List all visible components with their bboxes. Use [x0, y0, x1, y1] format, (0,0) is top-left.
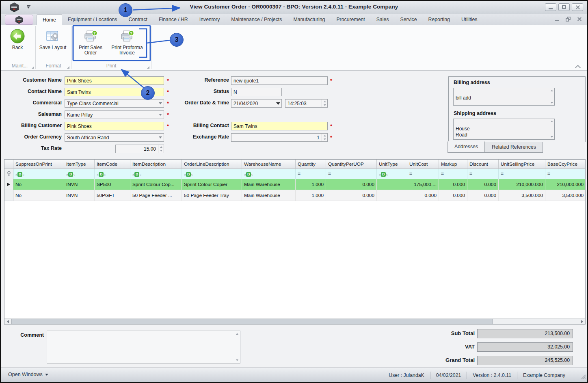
scroll-right-icon[interactable] — [579, 319, 585, 324]
cell-unitcost[interactable]: 175,000.... — [407, 179, 439, 190]
dialog-launcher-icon[interactable] — [32, 66, 34, 69]
cell-itemtype[interactable]: INVN — [64, 190, 95, 201]
tab-maintenance-projects[interactable]: Maintenance / Projects — [225, 14, 288, 25]
grid-row-2[interactable]: NoINVN50PGFT50 Page Feeder ...50 Page Fe… — [4, 190, 586, 201]
cell-unitsellingprice[interactable]: 3,500.000 — [499, 190, 545, 201]
spinner-icon[interactable] — [322, 134, 327, 141]
column-header-orderlinedescription[interactable]: OrderLineDescription — [182, 160, 242, 169]
scrollbar-thumb[interactable] — [11, 319, 493, 324]
cell-orderlinedescription[interactable]: Sprint Colour Copier — [182, 179, 242, 190]
cell-quantityperuop[interactable]: 0.000 — [326, 179, 377, 190]
field-reference[interactable]: new quote1 — [231, 76, 328, 85]
column-header-itemtype[interactable]: ItemType — [64, 160, 95, 169]
column-header-itemcode[interactable]: ItemCode — [95, 160, 130, 169]
dialog-launcher-icon[interactable] — [67, 66, 69, 69]
filter-cell-itemcode[interactable]: aBc — [95, 169, 130, 179]
filter-cell-quantity[interactable]: = — [296, 169, 326, 179]
tab-manufacturing[interactable]: Manufacturing — [288, 14, 331, 25]
cell-discount[interactable]: 0.000 — [467, 179, 499, 190]
tab-home[interactable]: Home — [37, 14, 62, 25]
column-header-markup[interactable]: Markup — [439, 160, 467, 169]
scroll-down-icon[interactable] — [551, 102, 553, 104]
filter-cell-unitcost[interactable]: = — [407, 169, 439, 179]
mdi-restore-icon[interactable] — [566, 17, 571, 22]
column-header-suppressonprint[interactable]: SuppressOnPrint — [13, 160, 64, 169]
tab-utilities[interactable]: Utilities — [456, 14, 483, 25]
cell-itemtype[interactable]: INVN — [64, 179, 95, 190]
ribbon-group-maintain[interactable]: Maint... — [4, 63, 35, 70]
order-time-field[interactable]: 14:25:03 — [285, 99, 328, 108]
filter-cell-itemdescription[interactable]: aBc — [130, 169, 182, 179]
tab-addresses[interactable]: Addresses — [447, 141, 485, 153]
billing-address-textarea[interactable]: bill add — [453, 88, 555, 106]
tab-sales[interactable]: Sales — [371, 14, 395, 25]
spin-up-icon[interactable] — [322, 100, 327, 104]
field-commercial[interactable]: Type Class Commercial — [65, 99, 164, 108]
shipping-address-textarea[interactable]: House Road Town — [453, 119, 555, 140]
cell-unitsellingprice[interactable]: 210,000.000 — [499, 179, 545, 190]
minimize-button[interactable] — [545, 3, 556, 11]
grid-row-1[interactable]: NoINVNSP500Sprint Colour Cop...Sprint Co… — [4, 179, 586, 190]
ribbon-group-print[interactable]: Print — [72, 63, 151, 70]
field-billing-contact[interactable]: Sam Twins — [231, 122, 328, 130]
resize-grip[interactable] — [580, 374, 586, 381]
spin-down-icon[interactable] — [322, 138, 327, 142]
dropdown-arrow-icon[interactable] — [157, 134, 164, 141]
tab-reporting[interactable]: Reporting — [423, 14, 456, 25]
dialog-launcher-icon[interactable] — [147, 66, 149, 69]
spin-up-icon[interactable] — [158, 145, 164, 149]
column-header-unitcost[interactable]: UnitCost — [407, 160, 439, 169]
cell-itemdescription[interactable]: 50 Page Feeder ... — [130, 190, 182, 201]
cell-markup[interactable]: 0.000 — [439, 179, 467, 190]
collapse-ribbon-icon[interactable] — [574, 63, 582, 71]
mdi-minimize-icon[interactable] — [555, 17, 559, 21]
print-sales-order-button[interactable]: ? Print Sales Order — [73, 27, 108, 56]
dropdown-arrow-icon[interactable] — [157, 100, 164, 107]
column-header-discount[interactable]: Discount — [467, 160, 499, 169]
column-header-unittype[interactable]: UnitType — [377, 160, 407, 169]
cell-itemdescription[interactable]: Sprint Colour Cop... — [130, 179, 182, 190]
tab-service[interactable]: Service — [395, 14, 423, 25]
dropdown-arrow-icon[interactable] — [275, 100, 281, 107]
dropdown-arrow-icon[interactable] — [157, 111, 164, 119]
field-tax-rate[interactable]: 15.00 — [115, 145, 164, 153]
column-header-unitsellingprice[interactable]: UnitSellingPrice — [499, 160, 545, 169]
app-menu-button[interactable] — [5, 15, 33, 25]
filter-cell-discount[interactable]: = — [467, 169, 499, 179]
back-button[interactable]: Back — [0, 27, 35, 50]
filter-cell-markup[interactable]: = — [439, 169, 467, 179]
column-header-warehousename[interactable]: WarehouseName — [242, 160, 296, 169]
scroll-up-icon[interactable] — [551, 121, 553, 122]
filter-cell-unitsellingprice[interactable]: = — [499, 169, 545, 179]
field-salesman[interactable]: Kame Pillay — [65, 110, 164, 119]
cell-warehousename[interactable]: Main Warehouse — [242, 179, 296, 190]
filter-cell-warehousename[interactable]: aBc — [242, 169, 296, 179]
filter-cell-itemtype[interactable]: aBc — [64, 169, 95, 179]
grid-horizontal-scrollbar[interactable] — [4, 318, 585, 324]
column-header-quantity[interactable]: Quantity — [296, 160, 326, 169]
cell-itemcode[interactable]: 50PGFT — [95, 190, 130, 201]
filter-cell-unittype[interactable]: aBc — [377, 169, 407, 179]
scroll-down-icon[interactable] — [551, 136, 553, 138]
column-header-baseccyprice[interactable]: BaseCcyPrice — [545, 160, 586, 169]
scroll-up-icon[interactable] — [551, 90, 553, 91]
filter-cell-baseccyprice[interactable]: = — [545, 169, 586, 179]
column-header-quantityperuop[interactable]: QuantityPerUOP — [326, 160, 377, 169]
spinner-icon[interactable] — [158, 145, 164, 153]
cell-suppressonprint[interactable]: No — [13, 179, 64, 190]
cell-quantity[interactable]: 1.000 — [296, 190, 326, 201]
maximize-button[interactable] — [558, 3, 570, 11]
cell-baseccyprice[interactable]: 210,000.000 — [545, 179, 586, 190]
cell-warehousename[interactable]: Main Warehouse — [242, 190, 296, 201]
cell-baseccyprice[interactable]: 3,500.000 — [545, 190, 586, 201]
spin-up-icon[interactable] — [322, 134, 327, 138]
cell-quantityperuop[interactable]: 0.000 — [326, 190, 377, 201]
field-billing-customer[interactable]: Pink Shoes — [65, 122, 164, 130]
tab-related-references[interactable]: Related References — [485, 142, 543, 153]
open-windows-button[interactable]: Open Windows — [8, 372, 48, 377]
filter-cell-suppressonprint[interactable]: aBc — [13, 169, 64, 179]
mdi-close-icon[interactable] — [577, 17, 582, 21]
cell-unittype[interactable] — [377, 179, 407, 190]
column-header-itemdescription[interactable]: ItemDescription — [130, 160, 182, 169]
scroll-left-icon[interactable] — [4, 319, 11, 324]
